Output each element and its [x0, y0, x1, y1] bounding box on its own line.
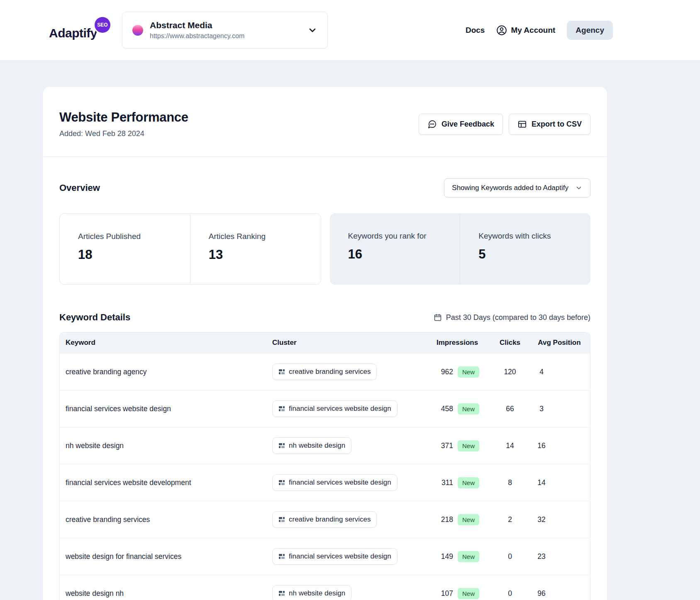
cluster-cell: nh website design	[266, 575, 429, 600]
table-icon	[517, 120, 527, 129]
col-avg-position: Avg Position	[529, 332, 590, 353]
table-row: creative branding services creative bran…	[60, 501, 590, 538]
brand-name: Adaptify	[49, 26, 97, 40]
keyword-cell: creative branding agency	[60, 353, 266, 390]
stat-articles-published: Articles Published 18	[60, 214, 190, 284]
keyword-cell: nh website design	[60, 427, 266, 464]
new-badge: New	[458, 588, 479, 599]
cluster-icon	[278, 442, 285, 449]
table-header: Keyword Cluster Impressions Clicks Avg P…	[60, 332, 590, 353]
avg-position-cell: 23	[529, 538, 590, 575]
stat-articles-ranking: Articles Ranking 13	[190, 214, 321, 284]
avg-position-cell: 16	[529, 427, 590, 464]
cluster-chip[interactable]: financial services website design	[272, 400, 398, 417]
my-account-link[interactable]: My Account	[496, 25, 555, 36]
cluster-cell: financial services website design	[266, 538, 429, 575]
stat-value: 18	[78, 247, 190, 262]
table-row: nh website design nh website design 371 …	[60, 427, 590, 464]
clicks-cell: 0	[491, 575, 529, 600]
cluster-label: nh website design	[289, 441, 345, 450]
cluster-icon	[278, 368, 285, 375]
new-badge: New	[458, 403, 479, 415]
avg-position-cell: 4	[529, 353, 590, 390]
site-meta: Abstract Media https://www.abstractagenc…	[150, 20, 244, 40]
clicks-cell: 0	[491, 538, 529, 575]
cluster-chip[interactable]: creative branding services	[272, 363, 377, 380]
cluster-chip[interactable]: financial services website design	[272, 474, 398, 491]
header-actions: Give Feedback Export to CSV	[419, 114, 590, 135]
cluster-label: financial services website design	[289, 552, 391, 561]
keywords-filter-dropdown[interactable]: Showing Keywords added to Adaptify	[444, 178, 590, 198]
impressions-cell: 962 New	[429, 353, 491, 390]
keyword-table: Keyword Cluster Impressions Clicks Avg P…	[59, 332, 590, 600]
impressions-cell: 149 New	[429, 538, 491, 575]
impressions-value: 962	[435, 368, 453, 376]
impressions-value: 107	[435, 589, 453, 598]
impressions-cell: 311 New	[429, 464, 491, 501]
cluster-chip[interactable]: financial services website design	[272, 548, 398, 565]
new-badge: New	[458, 366, 479, 378]
new-badge: New	[458, 477, 479, 488]
clicks-cell: 66	[491, 390, 529, 427]
export-csv-button[interactable]: Export to CSV	[509, 114, 590, 135]
impressions-cell: 371 New	[429, 427, 491, 464]
impressions-value: 458	[435, 405, 453, 413]
stat-keywords-rank: Keywords you rank for 16	[330, 213, 460, 285]
site-avatar	[132, 25, 143, 36]
cluster-chip[interactable]: nh website design	[272, 437, 351, 454]
overview-title: Overview	[59, 183, 100, 193]
col-impressions: Impressions	[429, 332, 491, 353]
chevron-down-icon	[575, 184, 583, 192]
stat-label: Articles Published	[78, 232, 190, 241]
impressions-value: 371	[435, 441, 453, 450]
clicks-cell: 2	[491, 501, 529, 538]
agency-button[interactable]: Agency	[567, 21, 613, 40]
impressions-cell: 218 New	[429, 501, 491, 538]
keyword-cell: creative branding services	[60, 501, 266, 538]
seo-badge: SEO	[95, 17, 110, 33]
docs-link[interactable]: Docs	[466, 26, 485, 35]
chevron-down-icon	[307, 25, 317, 35]
page-body: Website Performance Added: Wed Feb 28 20…	[0, 60, 700, 600]
impressions-value: 218	[435, 515, 453, 524]
cluster-label: financial services website design	[289, 478, 391, 487]
new-badge: New	[458, 551, 479, 562]
cluster-icon	[278, 553, 285, 560]
cluster-cell: creative branding services	[266, 353, 429, 390]
keyword-cell: financial services website development	[60, 464, 266, 501]
added-date: Added: Wed Feb 28 2024	[59, 129, 188, 138]
avg-position-cell: 32	[529, 501, 590, 538]
avg-position-cell: 14	[529, 464, 590, 501]
avg-position-cell: 3	[529, 390, 590, 427]
cluster-cell: creative branding services	[266, 501, 429, 538]
site-selector[interactable]: Abstract Media https://www.abstractagenc…	[122, 12, 328, 49]
cluster-icon	[278, 590, 285, 597]
stat-value: 13	[209, 247, 321, 262]
card-header: Website Performance Added: Wed Feb 28 20…	[59, 87, 590, 156]
cluster-chip[interactable]: nh website design	[272, 585, 351, 600]
period-indicator: Past 30 Days (compared to 30 days before…	[434, 313, 590, 322]
cluster-chip[interactable]: creative branding services	[272, 511, 377, 528]
cluster-label: creative branding services	[289, 368, 371, 376]
overview-header: Overview Showing Keywords added to Adapt…	[59, 178, 590, 198]
give-feedback-button[interactable]: Give Feedback	[419, 114, 503, 135]
articles-stat-card: Articles Published 18 Articles Ranking 1…	[59, 213, 321, 285]
cluster-label: financial services website design	[289, 405, 391, 413]
period-label: Past 30 Days (compared to 30 days before…	[446, 313, 590, 322]
cluster-label: creative branding services	[289, 515, 371, 524]
stat-label: Keywords with clicks	[478, 232, 590, 241]
cluster-cell: financial services website design	[266, 464, 429, 501]
keywords-filter-label: Showing Keywords added to Adaptify	[452, 184, 568, 192]
cluster-cell: nh website design	[266, 427, 429, 464]
impressions-cell: 107 New	[429, 575, 491, 600]
stat-value: 16	[348, 247, 460, 262]
topbar: Adaptify SEO Abstract Media https://www.…	[0, 0, 700, 60]
table-row: financial services website development f…	[60, 464, 590, 501]
avg-position-cell: 96	[529, 575, 590, 600]
new-badge: New	[458, 440, 479, 451]
impressions-cell: 458 New	[429, 390, 491, 427]
impressions-value: 311	[435, 478, 453, 487]
logo[interactable]: Adaptify SEO	[49, 20, 110, 40]
table-row: website design nh nh website design 107 …	[60, 575, 590, 600]
keyword-details-header: Keyword Details Past 30 Days (compared t…	[59, 312, 590, 323]
